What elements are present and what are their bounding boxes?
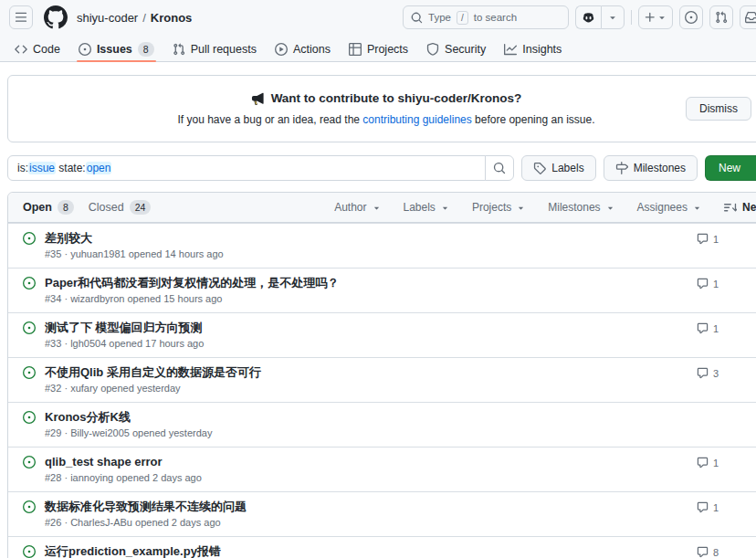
inbox-button[interactable] [740, 5, 756, 29]
issue-row-side: 3 [697, 363, 756, 395]
search-submit-button[interactable] [485, 155, 514, 181]
code-icon [15, 43, 27, 56]
issue-meta: #35 · yuhuan1981 opened 14 hours ago [45, 248, 697, 260]
issues-search-input[interactable]: is:issue state:open [7, 155, 486, 181]
banner-body-suffix: before opening an issue. [472, 113, 595, 126]
issue-title-link[interactable]: 差别较大 [45, 231, 92, 245]
open-label: Open [23, 201, 52, 214]
state-toggles: Open 8 Closed 24 [23, 200, 151, 215]
tab-code[interactable]: Code [5, 37, 69, 61]
issue-meta: #33 · lgh0504 opened 17 hours ago [45, 338, 697, 350]
tab-insights-label: Insights [522, 43, 562, 56]
sort-label: Newest [742, 201, 756, 214]
topbar-divider [631, 10, 632, 25]
issue-title-link[interactable]: qlib_test shape error [45, 455, 163, 469]
tab-code-label: Code [33, 43, 60, 56]
pull-request-icon [173, 43, 185, 56]
your-issues-button[interactable] [679, 5, 703, 29]
query-value-2: open [86, 162, 112, 174]
top-bar: shiyu-coder / Kronos Type / to search [0, 0, 756, 35]
contributing-guidelines-link[interactable]: contributing guidelines [362, 113, 471, 126]
comment-count-value: 8 [713, 547, 719, 558]
hamburger-menu-button[interactable] [9, 5, 33, 29]
closed-issues-toggle[interactable]: Closed 24 [89, 200, 152, 215]
tab-issues-label: Issues [97, 43, 132, 56]
your-pull-requests-button[interactable] [709, 5, 733, 29]
issue-row[interactable]: 差别较大 #35 · yuhuan1981 opened 14 hours ag… [8, 223, 756, 268]
tab-insights[interactable]: Insights [495, 37, 571, 61]
comment-count[interactable]: 1 [697, 233, 719, 245]
assignees-filter-dropdown[interactable]: Assignees [637, 201, 702, 214]
tag-icon [533, 162, 546, 174]
issue-row-main: Kronos分析K线 #29 · Billy-wei2005 opened ye… [45, 408, 697, 439]
issue-title-link[interactable]: 不使用Qlib 采用自定义的数据源是否可行 [45, 365, 261, 379]
author-filter-dropdown[interactable]: Author [334, 201, 381, 214]
copilot-button[interactable] [575, 5, 601, 29]
issue-title-link[interactable]: Paper和代码都没看到对复权情况的处理，是不处理吗？ [45, 276, 339, 290]
comment-count[interactable]: 3 [697, 367, 719, 379]
issue-opened-icon [685, 11, 698, 24]
comment-count[interactable]: 1 [697, 457, 719, 469]
repo-owner-link[interactable]: shiyu-coder [77, 11, 138, 25]
new-issue-button-label: New [719, 162, 740, 174]
issue-row[interactable]: 运行prediction_example.py报错 #11 · youshen9… [8, 536, 756, 558]
copilot-icon [582, 11, 595, 25]
banner-body-prefix: If you have a bug or an idea, read the [178, 113, 363, 126]
tab-pull-requests[interactable]: Pull requests [163, 37, 266, 61]
plus-icon [644, 11, 656, 24]
tab-security[interactable]: Security [417, 37, 495, 61]
issue-row-main: 运行prediction_example.py报错 #11 · youshen9… [45, 542, 697, 558]
tab-actions[interactable]: Actions [266, 37, 340, 61]
issue-title-link[interactable]: 运行prediction_example.py报错 [45, 544, 221, 558]
dismiss-button[interactable]: Dismiss [686, 97, 751, 121]
tab-security-label: Security [445, 43, 486, 56]
caret-down-icon [372, 203, 382, 213]
issue-title-link[interactable]: 测试了下 模型偏回归方向预测 [45, 321, 203, 334]
issue-title-link[interactable]: 数据标准化导致预测结果不连续的问题 [45, 500, 247, 513]
global-search-input[interactable]: Type / to search [403, 5, 569, 29]
issue-row-side: 1 [697, 498, 756, 529]
comment-count[interactable]: 1 [697, 501, 719, 513]
tab-issues[interactable]: Issues 8 [69, 37, 163, 61]
issue-row-side: 1 [697, 229, 756, 260]
labels-filter-dropdown[interactable]: Labels [404, 201, 450, 214]
issue-title-link[interactable]: Kronos分析K线 [45, 410, 131, 424]
issue-row-side: 1 [697, 453, 756, 484]
comment-count[interactable]: 1 [697, 278, 719, 290]
issue-row[interactable]: Paper和代码都没看到对复权情况的处理，是不处理吗？ #34 · wizard… [8, 268, 756, 312]
banner-title-text: Want to contribute to shiyu-coder/Kronos… [271, 90, 522, 107]
comment-count-value: 3 [713, 368, 719, 379]
labels-button[interactable]: Labels [521, 155, 595, 181]
issue-row[interactable]: 不使用Qlib 采用自定义的数据源是否可行 #32 · xufary opene… [8, 357, 756, 402]
search-placeholder-text: Type [428, 12, 451, 23]
milestones-button[interactable]: Milestones [604, 155, 698, 181]
comment-count-value: 1 [713, 323, 719, 334]
comment-count[interactable]: 1 [697, 322, 719, 334]
open-issues-toggle[interactable]: Open 8 [23, 200, 74, 215]
tab-pull-requests-label: Pull requests [191, 43, 257, 56]
issue-row[interactable]: 测试了下 模型偏回归方向预测 #33 · lgh0504 opened 17 h… [8, 312, 756, 357]
issue-row[interactable]: 数据标准化导致预测结果不连续的问题 #26 · CharlesJ-ABu ope… [8, 491, 756, 536]
milestones-filter-dropdown[interactable]: Milestones [548, 201, 614, 214]
query-qualifier-2: state: [56, 162, 86, 174]
new-issue-button[interactable]: New [705, 155, 756, 181]
tab-projects[interactable]: Projects [340, 37, 417, 61]
comment-count-value: 1 [713, 279, 719, 290]
search-icon [411, 12, 423, 24]
projects-filter-dropdown[interactable]: Projects [472, 201, 526, 214]
sort-dropdown[interactable]: Newest [724, 201, 756, 214]
assignees-filter-label: Assignees [637, 201, 688, 214]
issue-row[interactable]: Kronos分析K线 #29 · Billy-wei2005 opened ye… [8, 402, 756, 447]
issue-meta: #32 · xufary opened yesterday [45, 383, 697, 395]
repo-name-link[interactable]: Kronos [151, 11, 193, 25]
hamburger-icon [15, 11, 27, 24]
caret-down-icon [516, 203, 526, 213]
github-logo-icon[interactable] [44, 5, 68, 29]
issue-row-main: 数据标准化导致预测结果不连续的问题 #26 · CharlesJ-ABu ope… [45, 498, 697, 529]
comment-count[interactable]: 8 [697, 546, 719, 558]
issue-row[interactable]: qlib_test shape error #28 · iannoying op… [8, 447, 756, 491]
create-new-button[interactable] [638, 5, 673, 29]
copilot-menu-button[interactable] [601, 5, 625, 29]
issue-opened-icon [23, 411, 36, 424]
issue-row-side [697, 408, 756, 439]
